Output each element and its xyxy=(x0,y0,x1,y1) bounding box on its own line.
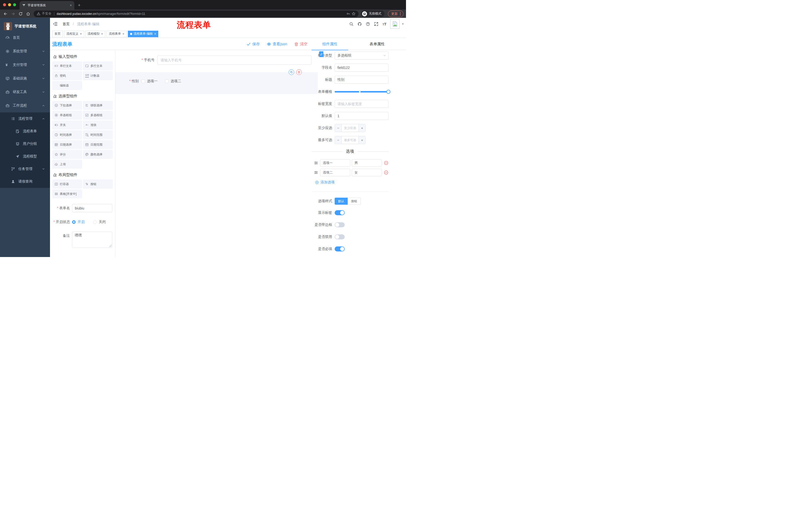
form-name-input[interactable] xyxy=(72,204,112,212)
add-option-button[interactable]: 添加选项 xyxy=(315,179,388,185)
remove-option-icon[interactable] xyxy=(384,161,388,165)
grid-slider[interactable] xyxy=(335,91,388,92)
component-chip-多选框组[interactable]: 多选框组 xyxy=(83,111,113,120)
sidebar-item-流程管理[interactable]: 流程管理 xyxy=(0,112,50,125)
user-avatar[interactable] xyxy=(390,19,400,29)
remark-textarea[interactable]: 嘿嘿 xyxy=(72,232,112,248)
breadcrumb-home[interactable]: 首页 xyxy=(63,22,69,26)
component-chip-编辑器[interactable]: 编辑器 xyxy=(52,81,82,90)
component-chip-颜色选择[interactable]: 颜色选择 xyxy=(83,150,113,159)
label-width-input[interactable] xyxy=(335,100,388,108)
checkbox-icon[interactable] xyxy=(141,79,145,83)
component-chip-表格[开发中][interactable]: 表格[开发中] xyxy=(52,189,82,198)
sidebar-item-任务管理[interactable]: 任务管理 xyxy=(0,163,50,175)
field-name-input[interactable] xyxy=(335,64,388,72)
tag-close-icon[interactable]: × xyxy=(154,32,156,36)
tab-form-props[interactable]: 表单属性 xyxy=(348,38,406,50)
url-text[interactable]: dashboard.yudao.iocoder.cn/bpm/manager/f… xyxy=(57,12,345,16)
sidebar-item-用户分组[interactable]: 用户分组 xyxy=(0,138,50,150)
component-chip-评分[interactable]: 评分 xyxy=(52,150,82,159)
decrease-button[interactable]: − xyxy=(335,136,342,144)
new-tab-button[interactable]: + xyxy=(78,3,81,8)
bookmark-star-icon[interactable] xyxy=(352,12,355,16)
component-chip-密码[interactable]: 密码 xyxy=(52,71,82,80)
increase-button[interactable]: + xyxy=(358,136,365,144)
collapse-sidebar-icon[interactable] xyxy=(53,21,58,26)
toggle-switch-显示标签[interactable] xyxy=(335,210,345,215)
delete-component-button[interactable] xyxy=(296,70,302,75)
back-icon[interactable] xyxy=(2,11,8,17)
key-icon[interactable] xyxy=(346,12,350,16)
sidebar-item-流程模型[interactable]: 流程模型 xyxy=(0,150,50,163)
component-chip-时间选择[interactable]: 时间选择 xyxy=(52,130,82,139)
component-chip-日期选择[interactable]: 日期选择 xyxy=(52,140,82,149)
component-chip-多行文本[interactable]: 多行文本 xyxy=(83,61,113,71)
toggle-switch-是否禁用[interactable] xyxy=(335,234,345,239)
component-chip-开关[interactable]: 开关 xyxy=(52,120,82,130)
component-type-select[interactable]: 多选框组 xyxy=(335,52,388,60)
sidebar-item-研发工具[interactable]: 研发工具 xyxy=(0,85,50,99)
component-chip-上传[interactable]: 上传 xyxy=(52,160,82,169)
default-value-input[interactable] xyxy=(335,112,388,120)
component-chip-日期范围[interactable]: 日期范围 xyxy=(83,140,113,149)
option-label-input[interactable] xyxy=(320,159,350,167)
drag-handle-icon[interactable] xyxy=(314,170,318,174)
drag-handle-icon[interactable] xyxy=(314,161,318,165)
reload-icon[interactable] xyxy=(18,11,24,17)
option-value-input[interactable] xyxy=(352,169,382,176)
checkbox-option-1[interactable]: 选项一 xyxy=(141,79,157,83)
save-button[interactable]: 保存 xyxy=(246,42,260,47)
home-icon[interactable] xyxy=(25,11,31,17)
component-chip-滑块[interactable]: 滑块 xyxy=(83,120,113,130)
toggle-switch-是否必填[interactable] xyxy=(335,246,345,251)
search-icon[interactable] xyxy=(347,18,355,30)
option-label-input[interactable] xyxy=(320,169,350,176)
min-select-stepper[interactable]: − + xyxy=(335,124,366,132)
sidebar-item-流程表单[interactable]: 流程表单 xyxy=(0,125,50,138)
component-chip-时间范围[interactable]: 时间范围 xyxy=(83,130,113,139)
component-chip-按钮[interactable]: 按钮 xyxy=(83,180,113,189)
toggle-switch-是否带边框[interactable] xyxy=(335,222,345,227)
security-label[interactable]: 不安全 xyxy=(42,11,52,16)
tag-流程模型[interactable]: 流程模型× xyxy=(85,31,106,37)
title-input[interactable] xyxy=(335,76,388,84)
close-window-button[interactable] xyxy=(3,3,6,6)
tag-close-icon[interactable]: × xyxy=(101,32,103,36)
maximize-window-button[interactable] xyxy=(13,3,16,6)
component-chip-单行文本[interactable]: 单行文本 xyxy=(52,61,82,71)
component-chip-单选框组[interactable]: 单选框组 xyxy=(52,111,82,120)
sidebar-item-工作流程[interactable]: 工作流程 xyxy=(0,99,50,112)
decrease-button[interactable]: − xyxy=(335,124,342,132)
checkbox-icon[interactable] xyxy=(165,79,169,83)
remove-option-icon[interactable] xyxy=(384,170,388,175)
component-chip-下拉选择[interactable]: 下拉选择 xyxy=(52,101,82,110)
tab-component-props[interactable]: 组件属性 xyxy=(312,38,348,50)
clear-button[interactable]: 清空 xyxy=(294,42,308,47)
sidebar-item-基础设施[interactable]: 基础设施 xyxy=(0,72,50,85)
phone-field-row[interactable]: 手机号 xyxy=(115,56,312,64)
link-anchor-tab[interactable] xyxy=(319,51,323,57)
selected-component-gender[interactable]: 性别 选项一 选项二 xyxy=(115,72,318,94)
tab-close-icon[interactable]: × xyxy=(70,3,72,7)
radio-off[interactable] xyxy=(93,220,97,224)
browser-menu-icon[interactable] xyxy=(400,12,401,15)
tag-流程表单-编辑[interactable]: 流程表单-编辑× xyxy=(128,31,158,37)
fullscreen-icon[interactable] xyxy=(372,18,380,30)
font-size-icon[interactable]: TT xyxy=(380,18,389,30)
forward-icon[interactable] xyxy=(10,11,16,17)
view-json-button[interactable]: 查看json xyxy=(267,42,287,47)
max-select-stepper[interactable]: − + xyxy=(335,136,366,144)
slider-handle[interactable] xyxy=(386,90,390,94)
tag-close-icon[interactable]: × xyxy=(80,32,82,36)
max-select-input[interactable] xyxy=(342,136,358,144)
tag-流程表单[interactable]: 流程表单× xyxy=(107,31,127,37)
sidebar-item-系统管理[interactable]: 系统管理 xyxy=(0,45,50,58)
tag-首页[interactable]: 首页 xyxy=(52,31,63,37)
help-icon[interactable] xyxy=(364,18,372,30)
increase-button[interactable]: + xyxy=(358,124,365,132)
update-label[interactable]: 更新 xyxy=(391,11,398,16)
sidebar-item-支付管理[interactable]: ¥ 支付管理 xyxy=(0,58,50,72)
component-chip-行容器[interactable]: 行容器 xyxy=(52,180,82,189)
tag-流程定义[interactable]: 流程定义× xyxy=(64,31,84,37)
min-select-input[interactable] xyxy=(342,124,358,132)
